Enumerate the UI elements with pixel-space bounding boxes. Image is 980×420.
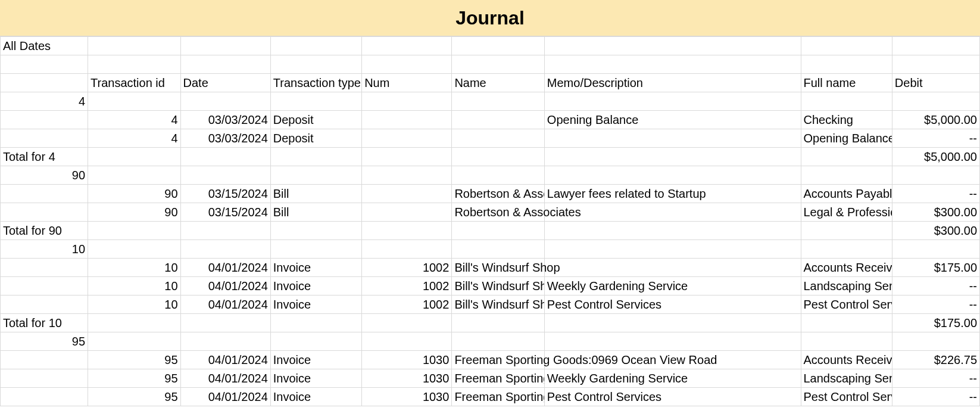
- cell-full-name[interactable]: Checking: [801, 111, 892, 129]
- empty-cell[interactable]: [892, 240, 979, 259]
- cell-debit[interactable]: --: [892, 295, 979, 314]
- empty-cell[interactable]: [801, 314, 892, 332]
- empty-cell[interactable]: [1, 388, 88, 406]
- empty-cell[interactable]: [362, 222, 452, 240]
- cell-num[interactable]: 1002: [362, 259, 452, 277]
- cell-debit[interactable]: $175.00: [892, 259, 979, 277]
- cell-name[interactable]: [452, 111, 544, 129]
- empty-cell[interactable]: [544, 37, 801, 55]
- cell-transaction-type[interactable]: Invoice: [270, 369, 361, 388]
- empty-cell[interactable]: [180, 314, 270, 332]
- col-transaction-type[interactable]: Transaction type: [270, 74, 361, 92]
- empty-cell[interactable]: [180, 222, 270, 240]
- group-id[interactable]: 90: [1, 166, 88, 185]
- cell-name[interactable]: Bill's Windsurf Shop: [452, 259, 544, 277]
- empty-cell[interactable]: [88, 332, 180, 351]
- empty-cell[interactable]: [88, 55, 180, 74]
- empty-cell[interactable]: [801, 222, 892, 240]
- cell-num[interactable]: 1030: [362, 351, 452, 369]
- empty-cell[interactable]: [1, 295, 88, 314]
- cell-memo[interactable]: Lawyer fees related to Startup: [544, 185, 801, 203]
- group-id[interactable]: 10: [1, 240, 88, 259]
- empty-cell[interactable]: [452, 222, 544, 240]
- empty-cell[interactable]: [180, 55, 270, 74]
- empty-cell[interactable]: [180, 92, 270, 111]
- empty-cell[interactable]: [801, 55, 892, 74]
- empty-cell[interactable]: [180, 37, 270, 55]
- cell-num[interactable]: 1030: [362, 388, 452, 406]
- cell-date[interactable]: 03/03/2024: [180, 111, 270, 129]
- cell-date[interactable]: 04/01/2024: [180, 277, 270, 295]
- empty-cell[interactable]: [88, 222, 180, 240]
- empty-cell[interactable]: [544, 92, 801, 111]
- cell-transaction-type[interactable]: Deposit: [270, 111, 361, 129]
- empty-cell[interactable]: [544, 166, 801, 185]
- empty-cell[interactable]: [452, 314, 544, 332]
- cell-full-name[interactable]: Pest Control Services: [801, 388, 892, 406]
- cell-memo[interactable]: [544, 129, 801, 148]
- empty-cell[interactable]: [180, 148, 270, 166]
- cell-date[interactable]: 03/15/2024: [180, 203, 270, 222]
- empty-cell[interactable]: [180, 166, 270, 185]
- cell-memo[interactable]: [544, 203, 801, 222]
- cell-transaction-type[interactable]: Deposit: [270, 129, 361, 148]
- group-total-debit[interactable]: $300.00: [892, 222, 979, 240]
- cell-num[interactable]: [362, 185, 452, 203]
- empty-cell[interactable]: [452, 148, 544, 166]
- cell-memo[interactable]: Opening Balance: [544, 111, 801, 129]
- cell-debit[interactable]: --: [892, 129, 979, 148]
- cell-date[interactable]: 04/01/2024: [180, 351, 270, 369]
- empty-cell[interactable]: [270, 332, 361, 351]
- empty-cell[interactable]: [270, 240, 361, 259]
- group-total-debit[interactable]: $5,000.00: [892, 148, 979, 166]
- empty-cell[interactable]: [88, 314, 180, 332]
- cell-transaction-id[interactable]: 10: [88, 259, 180, 277]
- cell-transaction-id[interactable]: 10: [88, 277, 180, 295]
- empty-cell[interactable]: [1, 55, 88, 74]
- cell-transaction-type[interactable]: Bill: [270, 203, 361, 222]
- empty-cell[interactable]: [1, 351, 88, 369]
- cell-transaction-id[interactable]: 95: [88, 351, 180, 369]
- col-full-name[interactable]: Full name: [801, 74, 892, 92]
- cell-num[interactable]: [362, 111, 452, 129]
- empty-cell[interactable]: [452, 55, 544, 74]
- empty-cell[interactable]: [88, 37, 180, 55]
- cell-name[interactable]: Bill's Windsurf Shop: [452, 277, 544, 295]
- empty-cell[interactable]: [1, 74, 88, 92]
- empty-cell[interactable]: [88, 148, 180, 166]
- empty-cell[interactable]: [1, 185, 88, 203]
- cell-debit[interactable]: --: [892, 277, 979, 295]
- cell-transaction-type[interactable]: Invoice: [270, 277, 361, 295]
- col-date[interactable]: Date: [180, 74, 270, 92]
- empty-cell[interactable]: [88, 166, 180, 185]
- empty-cell[interactable]: [892, 166, 979, 185]
- cell-name[interactable]: Freeman Sporting Goods:0969 Ocean View R…: [452, 351, 544, 369]
- filter-label[interactable]: All Dates: [1, 37, 88, 55]
- empty-cell[interactable]: [362, 240, 452, 259]
- cell-transaction-id[interactable]: 4: [88, 129, 180, 148]
- group-total-label[interactable]: Total for 4: [1, 148, 88, 166]
- cell-memo[interactable]: Weekly Gardening Service: [544, 369, 801, 388]
- empty-cell[interactable]: [180, 240, 270, 259]
- empty-cell[interactable]: [544, 314, 801, 332]
- cell-memo[interactable]: Pest Control Services: [544, 295, 801, 314]
- empty-cell[interactable]: [270, 222, 361, 240]
- empty-cell[interactable]: [801, 332, 892, 351]
- cell-date[interactable]: 04/01/2024: [180, 369, 270, 388]
- cell-num[interactable]: 1002: [362, 295, 452, 314]
- cell-memo[interactable]: Pest Control Services: [544, 388, 801, 406]
- cell-num[interactable]: 1002: [362, 277, 452, 295]
- empty-cell[interactable]: [270, 92, 361, 111]
- cell-full-name[interactable]: Accounts Receivable (A/R): [801, 259, 892, 277]
- cell-full-name[interactable]: Landscaping Services: [801, 369, 892, 388]
- empty-cell[interactable]: [1, 369, 88, 388]
- group-id[interactable]: 95: [1, 332, 88, 351]
- empty-cell[interactable]: [270, 148, 361, 166]
- cell-full-name[interactable]: Landscaping Services: [801, 277, 892, 295]
- cell-debit[interactable]: $5,000.00: [892, 111, 979, 129]
- empty-cell[interactable]: [1, 129, 88, 148]
- col-transaction-id[interactable]: Transaction id: [88, 74, 180, 92]
- empty-cell[interactable]: [362, 55, 452, 74]
- group-total-label[interactable]: Total for 10: [1, 314, 88, 332]
- cell-full-name[interactable]: Accounts Payable (A/P): [801, 185, 892, 203]
